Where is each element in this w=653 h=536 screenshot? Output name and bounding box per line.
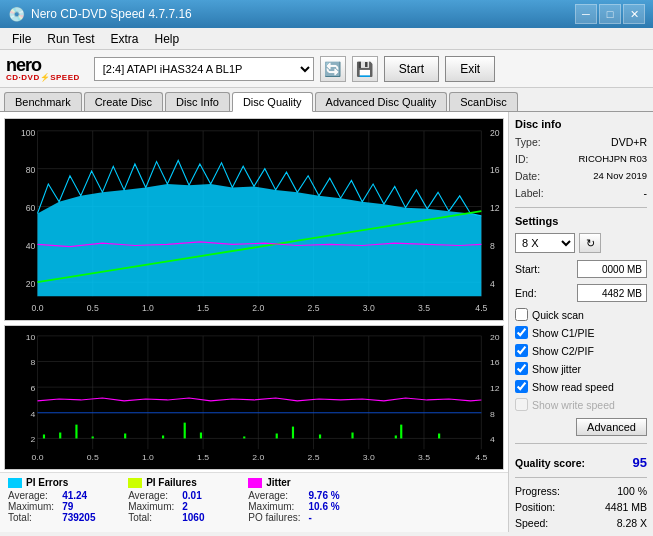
tab-scan-disc[interactable]: ScanDisc [449,92,517,111]
pi-errors-total-value: 739205 [62,512,112,523]
start-button[interactable]: Start [384,56,439,82]
svg-rect-81 [395,435,397,438]
pi-failures-label: PI Failures [146,477,197,488]
po-failures-label: PO failures: [248,512,300,523]
show-c2pif-row: Show C2/PIF [515,344,647,357]
position-value: 4481 MB [605,501,647,513]
svg-rect-71 [43,434,45,438]
svg-rect-77 [243,436,245,438]
svg-text:20: 20 [26,279,36,289]
advanced-button[interactable]: Advanced [576,418,647,436]
disc-date-row: Date: 24 Nov 2019 [515,170,647,182]
main-content: 100 80 60 40 20 20 16 12 8 4 0.0 0.5 1.0… [0,112,653,532]
end-mb-input[interactable] [577,284,647,302]
tab-benchmark[interactable]: Benchmark [4,92,82,111]
svg-rect-82 [438,433,440,438]
show-jitter-row: Show jitter [515,362,647,375]
pi-failures-total-value: 1060 [182,512,232,523]
svg-text:4.5: 4.5 [475,302,487,312]
svg-rect-78 [276,433,278,438]
jitter-legend: Jitter Average: 9.76 % Maximum: 10.6 % P… [248,477,358,528]
svg-text:40: 40 [26,241,36,251]
svg-text:16: 16 [490,359,500,368]
show-write-speed-checkbox [515,398,528,411]
right-panel: Disc info Type: DVD+R ID: RICOHJPN R03 D… [508,112,653,532]
show-jitter-checkbox[interactable] [515,362,528,375]
svg-text:2.5: 2.5 [308,302,320,312]
disc-id-value: RICOHJPN R03 [578,153,647,165]
end-mb-label: End: [515,287,537,299]
svg-text:0.5: 0.5 [87,453,99,462]
svg-text:80: 80 [26,165,36,175]
settings-title: Settings [515,215,647,227]
pi-failures-avg-label: Average: [128,490,168,501]
svg-text:2: 2 [30,436,35,445]
maximize-button[interactable]: □ [599,4,621,24]
disc-date-value: 24 Nov 2019 [593,170,647,182]
tab-create-disc[interactable]: Create Disc [84,92,163,111]
menu-file[interactable]: File [4,30,39,48]
svg-text:12: 12 [490,203,500,213]
speed-row: 8 X ↻ [515,233,647,253]
svg-rect-80 [351,433,353,439]
show-c2pif-checkbox[interactable] [515,344,528,357]
exit-button[interactable]: Exit [445,56,495,82]
quality-row: Quality score: 95 [515,455,647,470]
close-button[interactable]: ✕ [623,4,645,24]
pi-failures-legend: PI Failures Average: 0.01 Maximum: 2 Tot… [128,477,232,528]
minimize-button[interactable]: ─ [575,4,597,24]
svg-text:8: 8 [490,410,495,419]
quality-score-label: Quality score: [515,457,585,469]
pi-failures-color [128,478,142,488]
app-icon: 💿 [8,6,25,22]
show-jitter-label: Show jitter [532,363,581,375]
titlebar-left: 💿 Nero CD-DVD Speed 4.7.7.16 [8,6,192,22]
menu-help[interactable]: Help [147,30,188,48]
show-c1pie-label: Show C1/PIE [532,327,594,339]
disc-type-row: Type: DVD+R [515,136,647,148]
disc-label-row: Label: - [515,187,647,199]
menu-extra[interactable]: Extra [102,30,146,48]
show-c1pie-checkbox[interactable] [515,326,528,339]
jitter-color [248,478,262,488]
svg-text:16: 16 [490,165,500,175]
menu-run-test[interactable]: Run Test [39,30,102,48]
svg-text:8: 8 [30,359,35,368]
tab-disc-info[interactable]: Disc Info [165,92,230,111]
start-mb-row: Start: [515,260,647,278]
speed-select[interactable]: 8 X [515,233,575,253]
svg-text:0.0: 0.0 [31,453,43,462]
quick-scan-row: Quick scan [515,308,647,321]
tabs: Benchmark Create Disc Disc Info Disc Qua… [0,88,653,112]
refresh-icon-btn[interactable]: 🔄 [320,56,346,82]
divider-3 [515,477,647,478]
svg-text:2.0: 2.0 [252,302,264,312]
drive-select[interactable]: [2:4] ATAPI iHAS324 A BL1P [94,57,314,81]
tab-advanced-disc-quality[interactable]: Advanced Disc Quality [315,92,448,111]
svg-text:60: 60 [26,203,36,213]
svg-text:2.5: 2.5 [308,453,320,462]
pi-errors-total-label: Total: [8,512,32,523]
titlebar-controls: ─ □ ✕ [575,4,645,24]
speed-progress-value: 8.28 X [617,517,647,529]
svg-rect-85 [292,427,294,439]
disc-date-label: Date: [515,170,540,182]
lower-chart: 10 8 6 4 2 20 16 12 8 4 0.0 0.5 1.0 1.5 … [4,325,504,470]
svg-text:3.5: 3.5 [418,453,430,462]
svg-rect-86 [400,425,402,439]
svg-rect-73 [92,436,94,438]
start-mb-input[interactable] [577,260,647,278]
disc-id-label: ID: [515,153,528,165]
show-read-speed-checkbox[interactable] [515,380,528,393]
pi-failures-total-label: Total: [128,512,152,523]
show-c1pie-row: Show C1/PIE [515,326,647,339]
save-icon-btn[interactable]: 💾 [352,56,378,82]
show-c2pif-label: Show C2/PIF [532,345,594,357]
quick-scan-checkbox[interactable] [515,308,528,321]
svg-text:4: 4 [30,410,35,419]
svg-text:3.5: 3.5 [418,302,430,312]
tab-disc-quality[interactable]: Disc Quality [232,92,313,112]
divider-1 [515,207,647,208]
quality-score-value: 95 [633,455,647,470]
refresh-settings-icon[interactable]: ↻ [579,233,601,253]
